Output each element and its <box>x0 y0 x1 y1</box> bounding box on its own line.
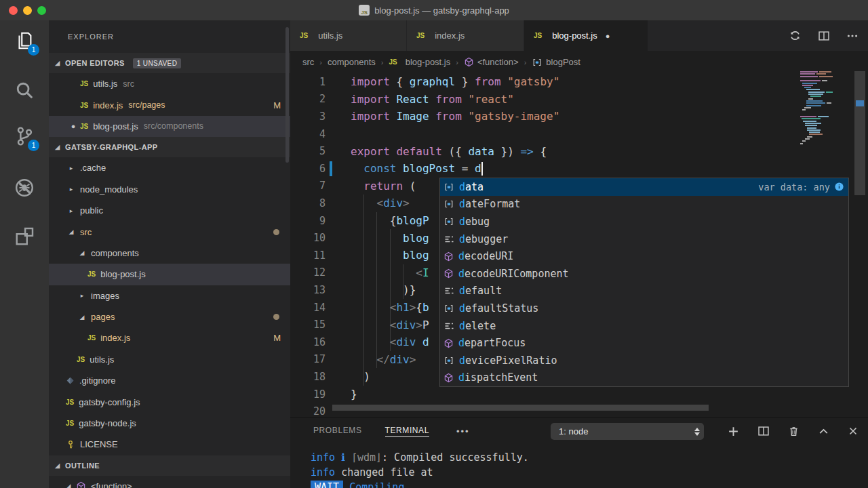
project-root-header[interactable]: ◢ GATSBY-GRAPHQL-APP <box>49 137 290 157</box>
suggestion-debugger[interactable]: debugger <box>440 230 848 248</box>
open-changes-button[interactable] <box>789 29 802 42</box>
maximize-panel-button[interactable] <box>818 426 829 437</box>
open-editor-blog-post.js[interactable]: ●JSblog-post.jssrc/components <box>49 116 290 137</box>
close-window-button[interactable] <box>9 6 18 15</box>
suggestion-debug[interactable]: debug <box>440 213 848 230</box>
tree-folder-src[interactable]: ◢src <box>49 221 290 242</box>
open-editor-path: src <box>123 79 134 89</box>
tree-item-label: gatsby-node.js <box>79 418 136 428</box>
tree-folder-components[interactable]: ◢components <box>49 243 290 264</box>
activity-item-search[interactable] <box>8 74 41 106</box>
line-number[interactable]: 17 <box>290 353 326 365</box>
suggestion-decodeURI[interactable]: decodeURI <box>440 247 848 265</box>
outline-header[interactable]: ◢ OUTLINE <box>49 455 290 476</box>
new-terminal-button[interactable] <box>728 426 739 437</box>
tab-utils.js[interactable]: JSutils.js <box>290 20 407 51</box>
tree-item-label: node_modules <box>80 184 138 195</box>
activity-item-extensions[interactable] <box>8 220 41 253</box>
suggestion-default[interactable]: default <box>440 283 848 300</box>
tree-folder-pages[interactable]: ◢pages <box>49 306 290 327</box>
line-number[interactable]: 18 <box>290 371 326 383</box>
tab-index.js[interactable]: JSindex.js <box>407 20 524 51</box>
line-number[interactable]: 11 <box>290 249 326 262</box>
line-number[interactable]: 3 <box>290 110 326 123</box>
suggestion-delete[interactable]: delete <box>440 317 848 335</box>
zoom-window-button[interactable] <box>37 6 46 15</box>
terminal-output[interactable]: info ℹ ⌈wdm⌋: Compiled successfully.info… <box>311 450 529 488</box>
open-editor-index.js[interactable]: JSindex.jssrc/pagesM <box>49 94 290 115</box>
line-number[interactable]: 4 <box>290 128 326 140</box>
breadcrumb-item-components[interactable]: components <box>328 57 376 67</box>
line-number[interactable]: 2 <box>290 93 326 105</box>
breadcrumb-item-function[interactable]: <function> <box>464 57 519 67</box>
sidebar-scrollbar[interactable] <box>285 27 289 163</box>
breadcrumb-separator-icon: › <box>319 58 322 66</box>
suggestion-decodeURIComponent[interactable]: decodeURIComponent <box>440 265 848 283</box>
explorer-badge: 1 <box>28 44 39 56</box>
split-editor-button[interactable] <box>818 30 830 42</box>
line-number[interactable]: 1 <box>290 76 326 88</box>
panel-more-actions-button[interactable]: ••• <box>456 426 470 436</box>
tree-folder-.cache[interactable]: ▸.cache <box>49 157 290 178</box>
minimap-line <box>800 116 816 117</box>
variable-icon <box>443 199 454 209</box>
terminal-select[interactable]: 1: node <box>551 423 704 440</box>
tree-folder-public[interactable]: ▸public <box>49 200 290 221</box>
activity-item-debug[interactable] <box>8 171 41 204</box>
line-number[interactable]: 8 <box>290 197 326 209</box>
suggestion-devicePixelRatio[interactable]: devicePixelRatio <box>440 352 848 369</box>
tree-folder-images[interactable]: ▸images <box>49 285 290 306</box>
line-number[interactable]: 14 <box>290 302 326 314</box>
unsaved-badge: 1 UNSAVED <box>133 58 182 68</box>
activity-item-explorer[interactable]: 1 <box>8 24 41 57</box>
line-number[interactable]: 10 <box>290 232 326 244</box>
line-number[interactable]: 16 <box>290 336 326 348</box>
activity-item-source-control[interactable]: 1 <box>8 120 41 152</box>
breadcrumb-item-blogPost[interactable]: blogPost <box>532 57 580 68</box>
panel-tab-problems[interactable]: PROBLEMS <box>313 426 362 436</box>
editor-more-actions-button[interactable] <box>846 30 859 42</box>
vertical-scrollbar[interactable] <box>854 71 865 195</box>
code-text: <div> <box>351 197 410 209</box>
line-number[interactable]: 5 <box>290 145 326 157</box>
line-number[interactable]: 6 <box>290 163 326 175</box>
suggestion-departFocus[interactable]: departFocus <box>440 334 848 352</box>
tree-folder-node_modules[interactable]: ▸node_modules <box>49 179 290 200</box>
minimize-window-button[interactable] <box>23 6 32 15</box>
minimap[interactable] <box>800 71 852 180</box>
tab-blog-post.js[interactable]: JSblog-post.js● <box>524 20 648 51</box>
suggestion-defaultStatus[interactable]: defaultStatus <box>440 300 848 317</box>
suggestion-data[interactable]: datavar data: any <box>440 178 848 196</box>
line-number[interactable]: 7 <box>290 180 326 192</box>
tree-file-blog-post.js[interactable]: JSblog-post.js <box>49 264 290 285</box>
close-panel-button[interactable] <box>848 426 859 436</box>
minimap-line <box>806 105 821 106</box>
breadcrumb-label: src <box>302 57 314 67</box>
minimap-line <box>808 92 825 93</box>
breadcrumb-item-src[interactable]: src <box>302 57 314 67</box>
tree-file-.gitignore[interactable]: .gitignore <box>49 370 290 391</box>
split-terminal-button[interactable] <box>757 425 770 437</box>
panel-tab-terminal[interactable]: TERMINAL <box>385 426 429 437</box>
horizontal-scrollbar[interactable] <box>332 405 709 411</box>
line-number[interactable]: 15 <box>290 319 326 331</box>
line-number[interactable]: 13 <box>290 284 326 296</box>
line-number[interactable]: 20 <box>290 405 326 418</box>
line-number[interactable]: 9 <box>290 215 326 227</box>
outline-item-function[interactable]: ◢<function> <box>49 476 290 488</box>
kill-terminal-button[interactable] <box>788 426 800 437</box>
tree-file-utils.js[interactable]: JSutils.js <box>49 349 290 370</box>
suggestion-dateFormat[interactable]: dateFormat <box>440 196 848 214</box>
tree-file-gatsby-node.js[interactable]: JSgatsby-node.js <box>49 413 290 434</box>
minimap-line <box>818 116 829 117</box>
tree-file-LICENSE[interactable]: LICENSE <box>49 434 290 455</box>
tab-bar: JSutils.jsJSindex.jsJSblog-post.js● <box>290 20 868 51</box>
open-editor-utils.js[interactable]: JSutils.jssrc <box>49 73 290 94</box>
open-editors-header[interactable]: ◢ OPEN EDITORS 1 UNSAVED <box>49 53 290 73</box>
tree-file-gatsby-config.js[interactable]: JSgatsby-config.js <box>49 391 290 412</box>
tree-file-index.js[interactable]: JSindex.jsM <box>49 327 290 348</box>
suggestion-dispatchEvent[interactable]: dispatchEvent <box>440 369 848 387</box>
breadcrumb-item-blogpostjs[interactable]: JSblog-post.js <box>389 57 451 67</box>
line-number[interactable]: 19 <box>290 388 326 401</box>
line-number[interactable]: 12 <box>290 266 326 279</box>
